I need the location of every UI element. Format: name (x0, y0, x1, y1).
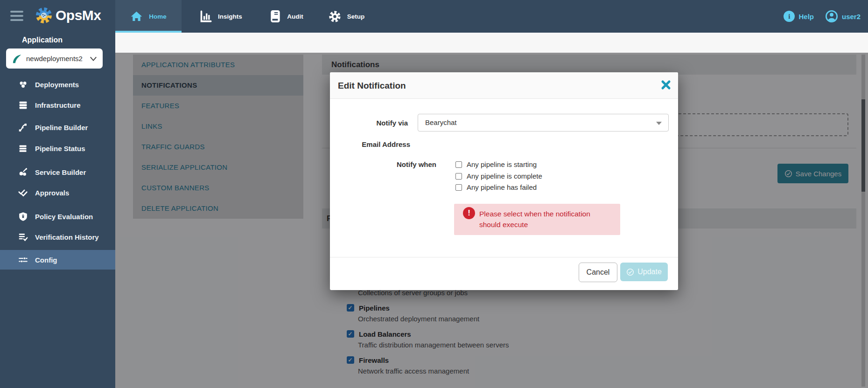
modal-footer-divider (330, 257, 678, 257)
app-leaf-icon (12, 54, 22, 64)
sidebar: Application newdeployments2 Deployments (0, 33, 115, 388)
sidebar-item-pipeline-builder[interactable]: Pipeline Builder (0, 118, 115, 137)
pipeline-builder-icon (18, 123, 28, 132)
sidebar-item-label: Pipeline Builder (35, 124, 88, 132)
tab-setup[interactable]: Setup (317, 0, 376, 33)
select-caret-icon (656, 122, 662, 125)
pipeline-status-icon (18, 144, 28, 153)
sidebar-item-policy-evaluation[interactable]: Policy Evaluation (0, 207, 115, 226)
chevron-down-icon (90, 56, 97, 62)
verification-history-icon (18, 232, 28, 242)
home-icon (130, 10, 143, 23)
top-nav: OpsMx Home Insights Audit (0, 0, 868, 33)
nav-right: i Help user2 (784, 0, 861, 33)
policy-shield-icon (18, 212, 28, 222)
username-label: user2 (842, 13, 861, 21)
update-button[interactable]: Update (620, 263, 668, 281)
edit-notification-modal: Edit Notification Notify via Bearychat E… (330, 72, 678, 290)
sidebar-item-label: Verification History (35, 233, 99, 241)
sidebar-item-label: Deployments (35, 81, 79, 89)
checkbox-any-pipeline-starting[interactable]: Any pipeline is starting (455, 160, 537, 168)
brand-name: OpsMx (56, 7, 101, 23)
email-address-label: Email Address (330, 140, 410, 148)
config-sliders-icon (18, 255, 28, 265)
sidebar-item-config[interactable]: Config (0, 250, 115, 270)
notify-via-label: Notify via (330, 119, 408, 127)
tab-home[interactable]: Home (115, 0, 182, 33)
sidebar-item-infrastructure[interactable]: Infrastructure (0, 95, 115, 115)
checkbox-icon (455, 161, 462, 168)
close-icon[interactable] (661, 80, 671, 90)
sidebar-item-label: Approvals (35, 189, 69, 197)
tab-home-label: Home (149, 13, 167, 20)
info-icon: i (784, 11, 795, 22)
sidebar-item-label: Infrastructure (35, 101, 81, 109)
sidebar-item-label: Pipeline Status (35, 145, 85, 152)
cancel-label: Cancel (587, 268, 610, 277)
tab-insights[interactable]: Insights (186, 0, 256, 33)
sidebar-item-label: Config (35, 256, 57, 264)
notify-via-select[interactable]: Bearychat (418, 114, 669, 132)
service-builder-icon (18, 167, 28, 177)
sidebar-item-verification-history[interactable]: Verification History (0, 227, 115, 247)
error-exclamation-icon: ! (463, 207, 475, 219)
notify-via-value: Bearychat (425, 118, 457, 126)
sidebar-item-approvals[interactable]: Approvals (0, 183, 115, 202)
sidebar-item-service-builder[interactable]: Service Builder (0, 162, 115, 182)
checkbox-label: Any pipeline is complete (467, 172, 542, 180)
sidebar-item-label: Service Builder (35, 168, 86, 176)
content-header-strip (115, 33, 868, 53)
help-label: Help (798, 13, 814, 21)
cancel-button[interactable]: Cancel (579, 263, 617, 282)
tab-setup-label: Setup (347, 13, 365, 20)
help-button[interactable]: i Help (784, 11, 814, 22)
bar-chart-icon (199, 10, 212, 23)
application-selector[interactable]: newdeployments2 (6, 48, 103, 69)
opsmx-gear-icon (35, 6, 53, 25)
user-avatar-icon (825, 10, 838, 23)
tab-audit-label: Audit (287, 13, 303, 20)
checkbox-any-pipeline-complete[interactable]: Any pipeline is complete (455, 172, 542, 180)
checkbox-label: Any pipeline has failed (467, 183, 537, 191)
sidebar-item-label: Policy Evaluation (35, 213, 93, 221)
notify-when-label: Notify when (330, 160, 436, 168)
application-section-label: Application (22, 36, 63, 44)
user-menu[interactable]: user2 (825, 10, 861, 23)
email-address-input[interactable] (418, 136, 669, 153)
checkbox-label: Any pipeline is starting (467, 160, 537, 168)
tab-insights-label: Insights (218, 13, 242, 20)
error-message: Please select when the notification shou… (479, 208, 612, 230)
tab-audit[interactable]: Audit (259, 0, 314, 33)
update-label: Update (637, 268, 662, 276)
check-circle-icon (626, 268, 634, 276)
checkbox-any-pipeline-failed[interactable]: Any pipeline has failed (455, 183, 537, 191)
checkbox-icon (455, 184, 462, 191)
infrastructure-icon (18, 100, 28, 110)
modal-header: Edit Notification (330, 72, 678, 99)
deployments-icon (18, 80, 28, 90)
app-window: OpsMx Home Insights Audit (0, 0, 868, 388)
validation-error-banner: ! Please select when the notification sh… (454, 204, 620, 235)
sidebar-item-deployments[interactable]: Deployments (0, 75, 115, 94)
setup-gear-icon (329, 10, 341, 23)
checkbox-icon (455, 173, 462, 180)
approvals-icon (18, 188, 28, 198)
opsmx-logo: OpsMx (35, 6, 101, 25)
hamburger-menu-icon[interactable] (10, 11, 23, 22)
audit-book-icon (270, 10, 281, 23)
modal-title: Edit Notification (338, 72, 406, 99)
sidebar-item-pipeline-status[interactable]: Pipeline Status (0, 139, 115, 158)
selected-application: newdeployments2 (26, 55, 85, 62)
